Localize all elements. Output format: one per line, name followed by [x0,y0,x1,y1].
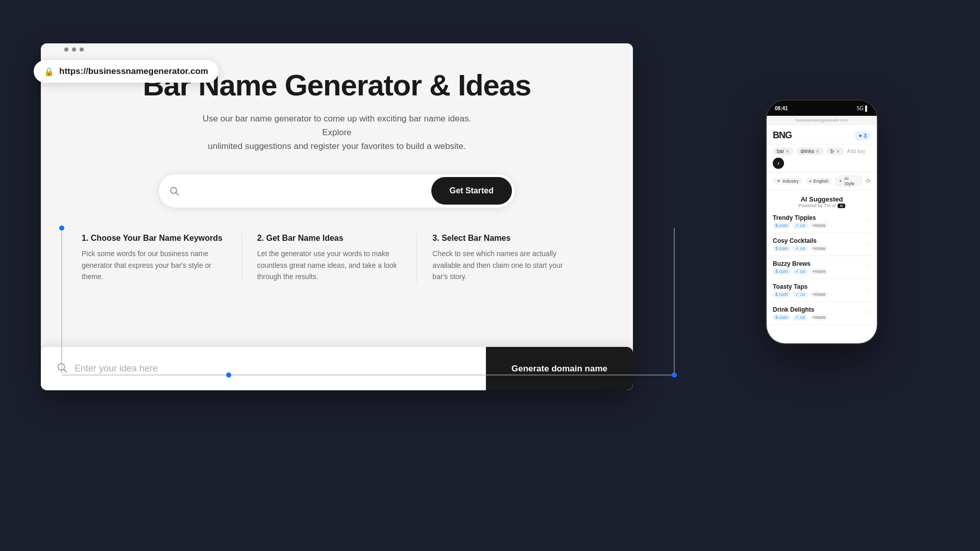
bottom-search-area: Enter your idea here [41,362,486,362]
selection-line-bottom [62,374,674,375]
results-list: Trendy Tipples $.com ✓.co +more ♡ Cosy C… [767,210,877,325]
send-button[interactable]: › [773,158,784,169]
step-2-desc: Let the generator use your words to make… [257,248,402,282]
add-keyword-label: Add key [847,148,865,154]
step-3-title: 3. Select Bar Names [432,234,577,243]
step-1: 1. Choose Your Bar Name Keywords Pick so… [82,234,242,282]
favorite-icon-4[interactable]: ♡ [864,309,871,317]
browser-dots [64,47,84,52]
browser-window: Bar Name Generator & Ideas Use our bar n… [41,43,633,390]
get-started-button[interactable]: Get Started [431,177,512,205]
phone-notch: 08:41 5G ▌ [767,101,877,116]
domain-co-1: ✓.co [793,245,808,252]
phone-status: 5G ▌ [857,106,869,111]
url-text: https://businessnamegenerator.com [59,66,208,77]
tag-b[interactable]: b· ✕ [826,147,844,155]
result-item-3: Toasty Taps $.com ✓.co +more ♡ [767,279,877,302]
domain-more-2: +more [810,268,828,274]
selection-handle-bl [226,372,231,378]
domain-more-1: +more [810,245,828,252]
result-name-2: Buzzy Brews [773,260,828,267]
steps-section: 1. Choose Your Bar Name Keywords Pick so… [82,234,592,282]
step-2-title: 2. Get Bar Name Ideas [257,234,402,243]
phone-app-header: BNG ♥ 3 [767,125,877,144]
ai-badge: AI [838,204,845,208]
refresh-icon[interactable]: ⟳ [866,178,871,185]
lock-icon: 🔒 [44,67,54,77]
selection-line-right [674,228,675,373]
domain-co-3: ✓.co [793,291,808,297]
result-item-2: Buzzy Brews $.com ✓.co +more ♡ [767,256,877,279]
favorite-icon-0[interactable]: ♡ [864,217,871,226]
filter-english[interactable]: ● English [805,178,832,185]
domain-more-4: +more [810,314,828,320]
search-bar-container: Get Started [158,173,516,208]
phone-screen: businessnamegenerator.com BNG ♥ 3 bar ✕ … [767,116,877,343]
filter-ai-style[interactable]: ✦ AI Style [835,175,863,187]
phone-time: 08:41 [775,106,788,111]
phone-tags-row: bar ✕ drinks ✕ b· ✕ Add key › [767,144,877,172]
result-name-3: Toasty Taps [773,283,828,290]
step-3-desc: Check to see which names are actually av… [432,248,577,282]
ai-powered-label: Powered by TIA AI AI [773,203,871,208]
svg-line-1 [176,193,179,195]
phone-filters-row: ▼ Industry ● English ✦ AI Style ⟳ [767,172,877,190]
result-item-0: Trendy Tipples $.com ✓.co +more ♡ [767,210,877,233]
phone-mockup: 08:41 5G ▌ businessnamegenerator.com BNG… [766,99,878,344]
domain-co-2: ✓.co [793,268,808,274]
heart-count-badge: ♥ 3 [854,131,871,140]
step-1-desc: Pick some words for our business name ge… [82,248,226,282]
search-icon [159,186,179,196]
domain-co-0: ✓.co [793,222,808,229]
bottom-bar: Enter your idea here Generate domain nam… [41,347,633,362]
domain-com-0: $.com [773,222,791,229]
domain-com-4: $.com [773,314,791,320]
search-input[interactable] [179,177,428,205]
favorite-icon-2[interactable]: ♡ [864,263,871,271]
phone-url-bar: businessnamegenerator.com [767,116,877,125]
domain-com-3: $.com [773,291,791,297]
result-item-4: Drink Delights $.com ✓.co +more ♡ [767,302,877,325]
website-content: Bar Name Generator & Ideas Use our bar n… [41,43,633,362]
selection-handle-br [672,372,677,378]
selection-line-left [61,228,62,373]
bng-logo: BNG [773,130,792,141]
domain-more-0: +more [810,222,828,229]
url-bar[interactable]: 🔒 https://businessnamegenerator.com [34,60,218,83]
step-2: 2. Get Bar Name Ideas Let the generator … [257,234,418,282]
domain-com-2: $.com [773,268,791,274]
tag-bar[interactable]: bar ✕ [773,147,794,155]
page-subtitle: Use our bar name generator to come up wi… [189,112,485,154]
result-name-4: Drink Delights [773,306,828,313]
step-3: 3. Select Bar Names Check to see which n… [432,234,592,282]
domain-more-3: +more [810,291,828,297]
favorite-icon-3[interactable]: ♡ [864,286,871,294]
result-item-1: Cosy Cocktails $.com ✓.co +more ♡ [767,233,877,256]
domain-com-1: $.com [773,245,791,252]
result-name-0: Trendy Tipples [773,214,828,221]
step-1-title: 1. Choose Your Bar Name Keywords [82,234,226,243]
generate-button[interactable]: Generate domain name [486,347,633,362]
selection-handle-tl [59,226,64,231]
ai-suggested-header: AI Suggested Powered by TIA AI AI [767,190,877,210]
domain-co-4: ✓.co [793,314,808,320]
tag-drinks[interactable]: drinks ✕ [796,147,824,155]
favorite-icon-1[interactable]: ♡ [864,240,871,248]
ai-suggested-title: AI Suggested [773,195,871,203]
result-name-1: Cosy Cocktails [773,237,828,244]
filter-industry[interactable]: ▼ Industry [773,178,802,185]
